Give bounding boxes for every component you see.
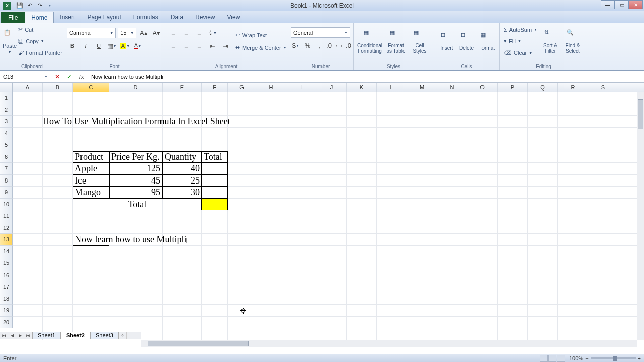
name-box[interactable]: C13 ▼ <box>0 71 51 82</box>
autosum-button[interactable]: ΣAutoSum▼ <box>502 24 539 35</box>
table-cell-price[interactable]: 45 <box>109 175 163 187</box>
row-header-9[interactable]: 9 <box>0 187 13 199</box>
row-header-1[interactable]: 1 <box>0 92 13 104</box>
table-cell-qty[interactable]: 30 <box>163 187 202 199</box>
col-header-A[interactable]: A <box>13 83 43 92</box>
table-cell-price[interactable]: 95 <box>109 187 163 199</box>
redo-icon[interactable]: ↷ <box>35 1 44 10</box>
row-header-11[interactable]: 11 <box>0 210 13 222</box>
file-tab[interactable]: File <box>1 12 25 23</box>
table-cell-total[interactable] <box>202 187 228 199</box>
select-all-corner[interactable] <box>0 83 13 92</box>
percent-icon[interactable]: % <box>303 40 313 51</box>
hscroll-thumb[interactable] <box>148 341 249 346</box>
align-middle-icon[interactable]: ≡ <box>181 27 192 38</box>
tab-home[interactable]: Home <box>25 12 54 23</box>
cut-button[interactable]: ✂Cut <box>17 24 64 35</box>
page-break-view-icon[interactable] <box>557 355 565 362</box>
col-header-S[interactable]: S <box>588 83 618 92</box>
table-header[interactable]: Total <box>202 151 228 163</box>
format-as-table-button[interactable]: ▦Format as Table <box>383 24 409 58</box>
table-cell-total[interactable] <box>202 175 228 187</box>
fill-color-button[interactable]: A▼ <box>119 40 130 51</box>
minimize-button[interactable]: — <box>601 0 615 9</box>
row-header-18[interactable]: 18 <box>0 293 13 305</box>
row-header-5[interactable]: 5 <box>0 139 13 151</box>
table-header[interactable]: Product <box>73 151 109 163</box>
comma-icon[interactable]: , <box>314 40 325 51</box>
fill-button[interactable]: ▾Fill▼ <box>502 36 539 46</box>
col-header-I[interactable]: I <box>286 83 316 92</box>
row-header-16[interactable]: 16 <box>0 269 13 282</box>
sheet-prev-icon[interactable]: ◀ <box>8 332 16 339</box>
row-header-2[interactable]: 2 <box>0 104 13 116</box>
table-cell-qty[interactable]: 25 <box>163 175 202 187</box>
col-header-N[interactable]: N <box>437 83 467 92</box>
table-cell-product[interactable]: Ice <box>73 175 109 187</box>
cancel-icon[interactable]: ✕ <box>51 73 63 80</box>
wrap-text-button[interactable]: ↩Wrap Text <box>234 30 288 41</box>
vertical-scrollbar[interactable] <box>637 92 644 340</box>
copy-button[interactable]: ⿻Copy▼ <box>17 36 64 46</box>
paste-button[interactable]: 📋 Paste ▼ <box>3 24 17 58</box>
delete-cells-button[interactable]: ⊟Delete <box>457 24 477 58</box>
underline-button[interactable]: U <box>93 40 104 51</box>
col-header-J[interactable]: J <box>316 83 347 92</box>
formula-input[interactable]: Now learn how to use Multipli <box>88 71 644 82</box>
table-cell-qty[interactable]: 40 <box>163 163 202 175</box>
name-box-dropdown-icon[interactable]: ▼ <box>44 75 48 78</box>
save-icon[interactable]: 💾 <box>15 1 24 10</box>
increase-font-icon[interactable]: A▴ <box>138 27 149 38</box>
tab-formulas[interactable]: Formulas <box>127 12 165 23</box>
find-select-button[interactable]: 🔍Find & Select <box>562 24 583 58</box>
sheet-tab-sheet1[interactable]: Sheet1 <box>32 332 61 339</box>
format-painter-button[interactable]: 🖌Format Painter <box>17 48 64 58</box>
sheet-tab-sheet3[interactable]: Sheet3 <box>90 332 119 339</box>
row-header-12[interactable]: 12 <box>0 222 13 234</box>
font-color-button[interactable]: A▼ <box>132 40 143 51</box>
align-center-icon[interactable]: ≡ <box>181 40 192 51</box>
row-header-4[interactable]: 4 <box>0 128 13 140</box>
table-header[interactable]: Quantity <box>163 151 202 163</box>
zoom-thumb[interactable] <box>613 356 617 361</box>
row-header-15[interactable]: 15 <box>0 257 13 269</box>
maximize-button[interactable]: ▭ <box>615 0 629 9</box>
close-button[interactable]: ✕ <box>629 0 643 9</box>
col-header-B[interactable]: B <box>43 83 73 92</box>
row-header-3[interactable]: 3 <box>0 116 13 128</box>
enter-icon[interactable]: ✓ <box>63 73 75 80</box>
col-header-P[interactable]: P <box>498 83 528 92</box>
col-header-R[interactable]: R <box>558 83 588 92</box>
conditional-formatting-button[interactable]: ▦Conditional Formatting <box>356 24 383 58</box>
align-right-icon[interactable]: ≡ <box>194 40 205 51</box>
col-header-F[interactable]: F <box>202 83 228 92</box>
italic-button[interactable]: I <box>80 40 91 51</box>
page-layout-view-icon[interactable] <box>548 355 556 362</box>
zoom-slider[interactable] <box>591 357 636 359</box>
align-top-icon[interactable]: ≡ <box>168 27 179 38</box>
font-family-combo[interactable]: Cambria▼ <box>67 28 116 38</box>
align-left-icon[interactable]: ≡ <box>168 40 179 51</box>
border-button[interactable]: ▦▼ <box>106 40 117 51</box>
table-cell-product[interactable]: Apple <box>73 163 109 175</box>
row-header-10[interactable]: 10 <box>0 199 13 211</box>
merge-center-button[interactable]: ⬌Merge & Center▼ <box>234 42 288 53</box>
sort-filter-button[interactable]: ⇅Sort & Filter <box>540 24 561 58</box>
col-header-C[interactable]: C <box>73 83 109 92</box>
increase-decimal-icon[interactable]: .0→ <box>327 40 338 51</box>
row-header-19[interactable]: 19 <box>0 305 13 317</box>
cell-area[interactable]: How To Use Multiplication Formula In Exc… <box>13 92 637 340</box>
row-header-8[interactable]: 8 <box>0 175 13 187</box>
sheet-next-icon[interactable]: ▶ <box>16 332 24 339</box>
tab-data[interactable]: Data <box>165 12 189 23</box>
row-header-14[interactable]: 14 <box>0 246 13 258</box>
qat-customize-icon[interactable]: ▼ <box>45 1 54 10</box>
zoom-in-icon[interactable]: + <box>638 355 641 361</box>
increase-indent-icon[interactable]: ⇥ <box>220 40 231 51</box>
col-header-E[interactable]: E <box>163 83 202 92</box>
bold-button[interactable]: B <box>67 40 78 51</box>
table-cell-product[interactable]: Mango <box>73 187 109 199</box>
col-header-Q[interactable]: Q <box>528 83 558 92</box>
active-editing-cell[interactable]: Now learn how to use Multipli| <box>73 234 109 246</box>
table-grand-total[interactable] <box>202 199 228 211</box>
